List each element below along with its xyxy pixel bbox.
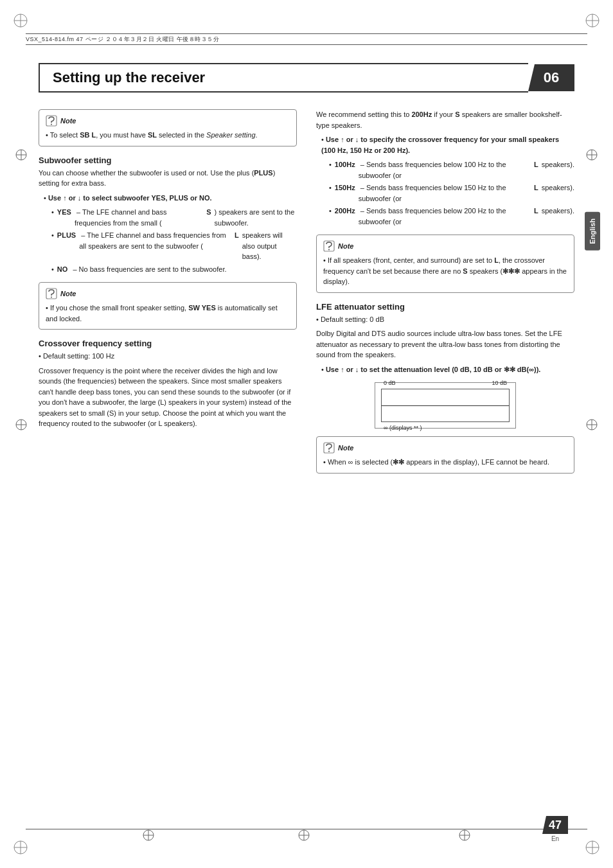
left-column: Note • To select SB L, you must have SL … [39, 109, 297, 804]
note-title-1: Note [60, 117, 76, 125]
note-header-3: Note [323, 240, 567, 252]
corner-bl [12, 838, 30, 856]
note-text-3: • If all speakers (front, center, and su… [323, 255, 567, 287]
note-header-4: Note [323, 442, 567, 454]
note-box-3: Note • If all speakers (front, center, a… [316, 235, 574, 293]
note-icon-1 [46, 115, 57, 127]
subwoofer-heading: Subwoofer setting [39, 155, 297, 165]
sw-yes: YES – The LFE channel and bass frequenci… [39, 207, 297, 228]
note-title-3: Note [338, 242, 353, 250]
subwoofer-intro: You can choose whether the subwoofer is … [39, 168, 297, 189]
freq-100: 100Hz – Sends bass frequencies below 100… [316, 159, 574, 181]
note-text-2: • If you chose the small front speaker s… [46, 303, 290, 324]
lfe-intro: Dolby Digital and DTS audio sources incl… [316, 328, 574, 360]
note-icon-4 [323, 442, 335, 454]
lfe-diagram: 0 dB 10 dB ∞ (displays ** ) [375, 382, 516, 429]
note-title-4: Note [338, 444, 353, 452]
right-reg-mid [585, 418, 599, 432]
bottom-reg-right [458, 828, 472, 842]
chapter-header: Setting up the receiver 06 [39, 64, 574, 91]
note-box-4: Note • When ∞ is selected (✻✻ appears in… [316, 436, 574, 474]
lfe-diagram-container: 0 dB 10 dB ∞ (displays ** ) [316, 382, 574, 429]
svg-point-29 [328, 249, 330, 251]
crossover-cont-intro: We recommend setting this to 200Hz if yo… [316, 109, 574, 130]
header-bar: VSX_514-814.fm 47 ページ ２０４年３月２日 火曜日 午後８時３… [26, 33, 587, 45]
bottom-reg-left [141, 828, 155, 842]
corner-tl [12, 12, 30, 30]
lfe-instruction: • Use ↑ or ↓ to set the attenuation leve… [316, 364, 574, 375]
crossover-heading: Crossover frequency setting [39, 339, 297, 348]
lfe-default: • Default setting: 0 dB [316, 314, 574, 325]
bottom-reg-center [297, 828, 311, 842]
note-icon-2 [46, 288, 57, 299]
chapter-title: Setting up the receiver [53, 69, 205, 86]
header-text: VSX_514-814.fm 47 ページ ２０４年３月２日 火曜日 午後８時３… [26, 35, 219, 44]
right-column: We recommend setting this to 200Hz if yo… [316, 109, 574, 804]
note-text-1: • To select SB L, you must have SL selec… [46, 130, 290, 141]
page-lang: En [551, 835, 559, 842]
lfe-inner-box [381, 389, 510, 422]
corner-br [583, 838, 601, 856]
svg-point-31 [328, 451, 330, 452]
lfe-heading: LFE attenuator setting [316, 302, 574, 312]
right-reg-top [585, 148, 599, 162]
freq-200: 200Hz – Sends bass frequencies below 200… [316, 206, 574, 227]
crossover-default: • Default setting: 100 Hz [39, 351, 297, 362]
note-box-1: Note • To select SB L, you must have SL … [39, 109, 297, 146]
left-reg-mid [14, 418, 28, 432]
note-title-2: Note [60, 290, 76, 297]
left-reg-top [14, 148, 28, 162]
note-text-4: • When ∞ is selected (✻✻ appears in the … [323, 457, 567, 468]
chapter-title-box: Setting up the receiver [39, 63, 528, 93]
svg-point-25 [51, 124, 52, 125]
subwoofer-instruction: • Use ↑ or ↓ to select subwoofer YES, PL… [39, 193, 297, 204]
content-area: Note • To select SB L, you must have SL … [39, 109, 574, 804]
note-icon-3 [323, 240, 335, 252]
page-number-box: 47 En [542, 816, 568, 842]
note-header-1: Note [46, 115, 290, 127]
corner-tr [583, 12, 601, 30]
svg-point-27 [51, 297, 52, 298]
lfe-label-10db: 10 dB [492, 380, 507, 386]
lfe-label-inf: ∞ (displays ** ) [384, 425, 422, 431]
note-box-2: Note • If you chose the small front spea… [39, 282, 297, 330]
lfe-line [382, 405, 509, 406]
crossover-intro: Crossover frequency is the point where t… [39, 366, 297, 429]
page-number: 47 [542, 816, 568, 834]
crossover-instruction: • Use ↑ or ↓ to specify the crossover fr… [316, 134, 574, 155]
lfe-label-0db: 0 dB [384, 380, 396, 386]
note-header-2: Note [46, 288, 290, 299]
chapter-number: 06 [528, 64, 574, 91]
english-tab: English [585, 212, 600, 251]
sw-plus: PLUS – The LFE channel and bass frequenc… [39, 230, 297, 262]
sw-no: NO – No bass frequencies are sent to the… [39, 264, 297, 275]
freq-150: 150Hz – Sends bass frequencies below 150… [316, 182, 574, 204]
